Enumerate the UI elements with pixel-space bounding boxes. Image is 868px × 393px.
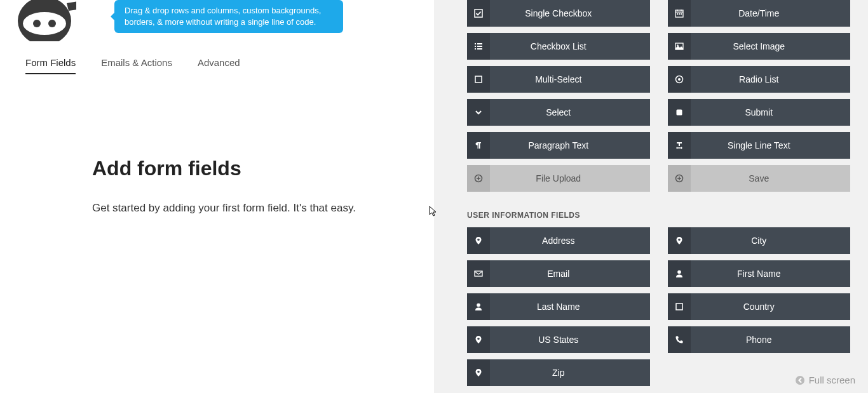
svg-point-1 xyxy=(23,12,66,35)
field-label: Select Image xyxy=(691,41,851,51)
svg-point-34 xyxy=(477,303,480,307)
page-title: Add form fields xyxy=(92,157,409,180)
user-field-last-name[interactable]: Last Name xyxy=(467,293,650,320)
fullscreen-label: Full screen xyxy=(809,375,855,385)
plus-circle-icon xyxy=(467,165,490,192)
field-label: Country xyxy=(691,302,851,312)
svg-point-30 xyxy=(477,239,480,241)
map-marker-icon xyxy=(467,227,490,254)
field-label: Save xyxy=(691,173,851,183)
user-field-country[interactable]: Country xyxy=(668,293,851,320)
user-field-zip[interactable]: Zip xyxy=(467,359,650,386)
field-label: File Upload xyxy=(490,173,650,183)
user-field-us-states[interactable]: US States xyxy=(467,326,650,353)
paragraph-icon xyxy=(467,132,490,159)
tab-advanced[interactable]: Advanced xyxy=(198,57,240,74)
square-filled-icon xyxy=(668,99,691,126)
image-icon xyxy=(668,33,691,60)
arrow-left-circle-icon xyxy=(795,375,805,385)
check-square-icon xyxy=(467,0,490,27)
tab-bar: Form Fields Emails & Actions Advanced xyxy=(0,57,434,74)
page-subtitle: Get started by adding your first form fi… xyxy=(92,199,359,216)
fullscreen-toggle[interactable]: Full screen xyxy=(795,375,855,385)
tab-form-fields[interactable]: Form Fields xyxy=(25,57,76,74)
envelope-icon xyxy=(467,260,490,287)
field-file-upload: File Upload xyxy=(467,165,650,192)
field-checkbox-list[interactable]: Checkbox List xyxy=(467,33,650,60)
svg-rect-12 xyxy=(475,43,476,44)
field-submit[interactable]: Submit xyxy=(668,99,851,126)
svg-rect-35 xyxy=(676,303,682,310)
svg-point-31 xyxy=(678,239,681,241)
user-fields-grid: AddressCityEmailFirst NameLast NameCount… xyxy=(467,227,850,386)
field-label: Select xyxy=(490,107,650,117)
calendar-icon xyxy=(668,0,691,27)
dot-circle-icon xyxy=(668,66,691,93)
field-label: Submit xyxy=(691,107,851,117)
svg-rect-17 xyxy=(477,48,482,50)
user-fields-header: USER INFORMATION FIELDS xyxy=(467,211,850,220)
user-field-address[interactable]: Address xyxy=(467,227,650,254)
phone-icon xyxy=(668,326,691,353)
plus-circle-icon xyxy=(668,165,691,192)
user-field-phone[interactable]: Phone xyxy=(668,326,851,353)
field-label: Email xyxy=(490,269,650,279)
field-label: City xyxy=(691,236,851,246)
svg-rect-20 xyxy=(475,76,482,83)
promo-tooltip: Drag & drop rows and columns, custom bac… xyxy=(114,0,343,33)
chevron-down-icon xyxy=(467,99,490,126)
svg-rect-4 xyxy=(475,10,482,17)
ninja-logo xyxy=(13,0,76,41)
field-save: Save xyxy=(668,165,851,192)
svg-rect-16 xyxy=(475,48,476,50)
text-width-icon xyxy=(668,132,691,159)
field-multi-select[interactable]: Multi-Select xyxy=(467,66,650,93)
field-paragraph-text[interactable]: Paragraph Text xyxy=(467,132,650,159)
field-label: Multi-Select xyxy=(490,74,650,84)
user-icon xyxy=(668,260,691,287)
user-icon xyxy=(467,293,490,320)
common-fields-grid: Single CheckboxDate/TimeCheckbox ListSel… xyxy=(467,0,850,192)
svg-point-38 xyxy=(796,376,804,385)
svg-rect-9 xyxy=(677,13,678,15)
user-field-first-name[interactable]: First Name xyxy=(668,260,851,287)
field-label: Single Checkbox xyxy=(490,8,650,18)
field-label: Date/Time xyxy=(691,8,851,18)
svg-rect-14 xyxy=(475,46,476,47)
svg-point-22 xyxy=(678,78,681,81)
tab-emails-actions[interactable]: Emails & Actions xyxy=(101,57,172,74)
user-field-city[interactable]: City xyxy=(668,227,851,254)
field-select-image[interactable]: Select Image xyxy=(668,33,851,60)
square-icon xyxy=(668,293,691,320)
field-label: US States xyxy=(490,335,650,345)
field-label: Last Name xyxy=(490,302,650,312)
field-label: First Name xyxy=(691,269,851,279)
svg-point-33 xyxy=(677,270,681,274)
field-label: Paragraph Text xyxy=(490,140,650,150)
svg-rect-13 xyxy=(477,43,482,44)
user-field-email[interactable]: Email xyxy=(467,260,650,287)
field-label: Zip xyxy=(490,368,650,378)
field-single-line-text[interactable]: Single Line Text xyxy=(668,132,851,159)
field-label: Single Line Text xyxy=(691,140,851,150)
svg-point-2 xyxy=(33,20,41,27)
field-select[interactable]: Select xyxy=(467,99,650,126)
svg-rect-11 xyxy=(681,13,682,15)
svg-point-3 xyxy=(48,20,56,27)
field-radio-list[interactable]: Radio List xyxy=(668,66,851,93)
svg-rect-23 xyxy=(676,110,682,116)
map-marker-icon xyxy=(467,326,490,353)
svg-rect-10 xyxy=(679,13,680,15)
field-date-time[interactable]: Date/Time xyxy=(668,0,851,27)
svg-point-37 xyxy=(477,371,480,373)
field-label: Phone xyxy=(691,335,851,345)
svg-rect-15 xyxy=(477,46,482,47)
map-marker-icon xyxy=(467,359,490,386)
square-icon xyxy=(467,66,490,93)
field-label: Checkbox List xyxy=(490,41,650,51)
field-label: Address xyxy=(490,236,650,246)
list-icon xyxy=(467,33,490,60)
field-single-checkbox[interactable]: Single Checkbox xyxy=(467,0,650,27)
field-label: Radio List xyxy=(691,74,851,84)
map-marker-icon xyxy=(668,227,691,254)
